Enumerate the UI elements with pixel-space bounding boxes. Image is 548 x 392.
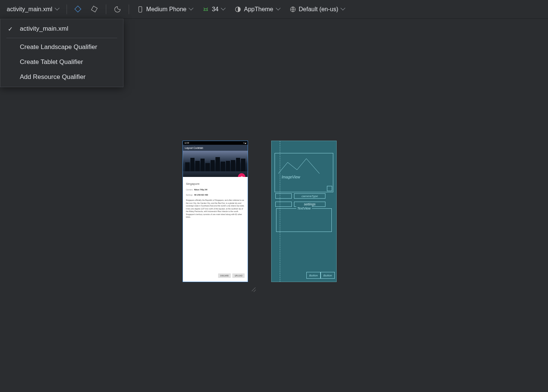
design-surface-icon bbox=[74, 6, 82, 13]
discard-button[interactable]: DISCARD bbox=[218, 273, 231, 278]
theme-icon bbox=[234, 6, 242, 13]
chevron-down-icon bbox=[189, 7, 193, 12]
bp-settings-label[interactable] bbox=[275, 202, 292, 207]
add-resource-qualifier[interactable]: Add Resource Qualifier bbox=[0, 70, 123, 85]
api-level-label: 34 bbox=[212, 6, 218, 13]
separator bbox=[106, 4, 106, 14]
upload-button[interactable]: UPLOAD bbox=[232, 273, 245, 278]
device-selector[interactable]: Medium Phone bbox=[134, 4, 196, 15]
rotate-icon bbox=[91, 6, 98, 13]
bp-label: TextView bbox=[296, 206, 312, 210]
description-text: Singapore officially the Republic of Sin… bbox=[186, 199, 245, 219]
camera-row: Camera Nikon 745p 24f bbox=[186, 189, 245, 191]
settings-label: Settings bbox=[186, 194, 193, 196]
preview-resize-handle[interactable] bbox=[249, 284, 256, 292]
file-selector[interactable]: activity_main.xml bbox=[4, 4, 62, 14]
dropdown-item-label: Create Tablet Qualifier bbox=[20, 58, 83, 66]
bottom-buttons: DISCARD UPLOAD bbox=[218, 273, 245, 278]
bp-imageview[interactable]: ImageView bbox=[275, 153, 333, 192]
theme-label: AppTheme bbox=[244, 6, 273, 13]
hero-image: ★ bbox=[183, 151, 248, 177]
location-title: Singapore bbox=[186, 182, 245, 186]
phone-icon bbox=[137, 6, 144, 13]
bp-label: settings bbox=[304, 202, 315, 206]
bp-camera-value[interactable]: cameraType bbox=[294, 193, 325, 199]
dropdown-current-file[interactable]: activity_main.xml bbox=[0, 21, 123, 36]
bp-textview[interactable]: TextView bbox=[276, 208, 332, 232]
image-placeholder-icon bbox=[276, 155, 321, 177]
bp-label: ImageView bbox=[282, 175, 300, 179]
moon-icon bbox=[114, 6, 121, 13]
settings-value: f/8 1/50 ISO 400 bbox=[194, 194, 208, 196]
content-area: Singapore Camera Nikon 745p 24f Settings… bbox=[183, 177, 248, 219]
orientation-button[interactable] bbox=[88, 4, 101, 15]
svg-rect-2 bbox=[139, 6, 142, 12]
dropdown-item-label: Create Landscape Qualifier bbox=[20, 43, 97, 51]
bp-camera-label[interactable] bbox=[275, 193, 292, 199]
bp-label: Button bbox=[323, 274, 332, 277]
svg-point-4 bbox=[206, 9, 207, 10]
status-bar: 12:00 ▾◢ bbox=[183, 141, 248, 145]
create-tablet-qualifier[interactable]: Create Tablet Qualifier bbox=[0, 55, 123, 70]
chevron-down-icon bbox=[55, 7, 59, 12]
separator bbox=[6, 38, 117, 38]
resize-handle-icon[interactable] bbox=[327, 186, 332, 191]
camera-label: Camera bbox=[186, 189, 193, 191]
app-bar: Layout Codelab bbox=[183, 145, 248, 151]
locale-selector[interactable]: Default (en-us) bbox=[286, 4, 348, 15]
file-name-label: activity_main.xml bbox=[7, 6, 52, 13]
bp-label: Button bbox=[309, 274, 318, 277]
separator bbox=[67, 4, 67, 14]
bp-settings-value[interactable]: settings bbox=[294, 202, 325, 207]
device-label: Medium Phone bbox=[146, 6, 187, 13]
bp-button-2[interactable]: Button bbox=[321, 272, 335, 279]
chevron-down-icon bbox=[221, 7, 225, 12]
dropdown-item-label: Add Resource Qualifier bbox=[20, 73, 86, 81]
create-landscape-qualifier[interactable]: Create Landscape Qualifier bbox=[0, 40, 123, 55]
dropdown-item-label: activity_main.xml bbox=[20, 25, 68, 33]
chevron-down-icon bbox=[340, 7, 345, 12]
separator bbox=[129, 4, 129, 14]
svg-rect-0 bbox=[75, 6, 81, 12]
status-time: 12:00 bbox=[184, 142, 189, 144]
design-view-button[interactable] bbox=[71, 4, 85, 15]
appbar-title: Layout Codelab bbox=[185, 147, 203, 149]
theme-selector[interactable]: AppTheme bbox=[231, 4, 283, 15]
bp-button-1[interactable]: Button bbox=[306, 272, 321, 279]
status-icons: ▾◢ bbox=[244, 142, 246, 144]
night-mode-button[interactable] bbox=[111, 4, 124, 15]
skyline-graphic bbox=[183, 156, 248, 171]
layout-editor-toolbar: activity_main.xml Medium Phone 34 bbox=[0, 0, 548, 19]
api-selector[interactable]: 34 bbox=[199, 4, 228, 15]
chevron-down-icon bbox=[276, 7, 280, 12]
settings-row: Settings f/8 1/50 ISO 400 bbox=[186, 194, 245, 196]
locale-label: Default (en-us) bbox=[299, 6, 339, 13]
android-icon bbox=[202, 6, 209, 13]
globe-icon bbox=[289, 6, 297, 13]
svg-rect-1 bbox=[91, 6, 97, 12]
design-preview[interactable]: 12:00 ▾◢ Layout Codelab ★ Singapore Came… bbox=[183, 141, 248, 282]
bp-label: cameraType bbox=[301, 195, 318, 198]
svg-point-3 bbox=[205, 9, 205, 10]
blueprint-preview[interactable]: ImageView cameraType settings TextView B… bbox=[271, 141, 337, 282]
file-variant-dropdown: activity_main.xml Create Landscape Quali… bbox=[0, 19, 123, 87]
camera-value: Nikon 745p 24f bbox=[194, 189, 207, 191]
